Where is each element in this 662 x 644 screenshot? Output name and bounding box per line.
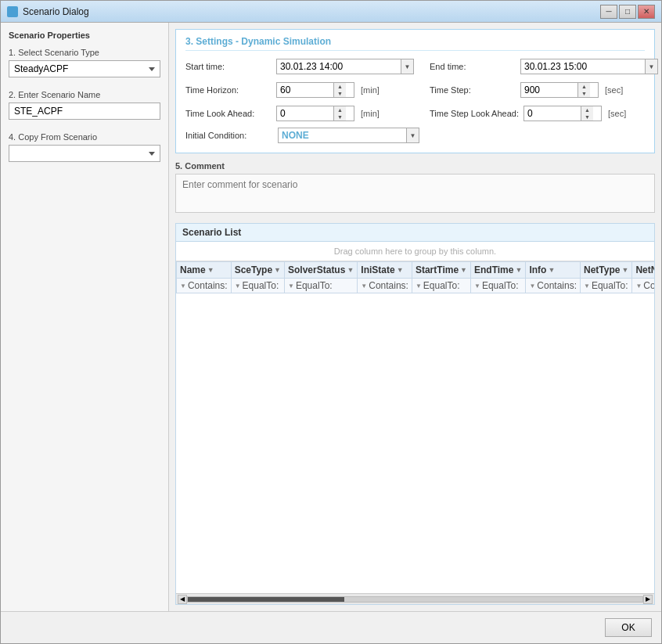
- scetype-filter-text: EqualTo:: [243, 280, 279, 291]
- step5-label: 5. Comment: [175, 161, 655, 171]
- time-step-look-ahead-spinner[interactable]: ▲ ▼: [523, 106, 602, 121]
- filter-info[interactable]: ▼ Contains:: [526, 279, 581, 293]
- time-step-look-ahead-row: Time Step Look Ahead: ▲ ▼ [sec]: [430, 106, 658, 121]
- filter-name[interactable]: ▼ Contains:: [177, 279, 232, 293]
- filter-inistate[interactable]: ▼ Contains:: [358, 279, 412, 293]
- time-look-ahead-down-btn[interactable]: ▼: [334, 113, 346, 121]
- content-area: Scenario Properties 1. Select Scenario T…: [1, 23, 661, 611]
- name-filter-btn[interactable]: ▼: [207, 266, 214, 274]
- time-horizon-value[interactable]: [277, 83, 333, 97]
- col-header-starttime[interactable]: StartTime ▼: [412, 262, 470, 279]
- settings-grid: Start time: ▼ End time: ▼: [185, 59, 645, 121]
- time-look-ahead-spinner[interactable]: ▲ ▼: [276, 106, 354, 121]
- comment-textarea[interactable]: [175, 174, 655, 213]
- settings-box: 3. Settings - Dynamic Simulation Start t…: [175, 29, 655, 153]
- inistate-filter-btn[interactable]: ▼: [397, 266, 404, 274]
- col-header-info[interactable]: Info ▼: [526, 262, 581, 279]
- scenario-table: Name ▼ SceType ▼: [176, 261, 654, 293]
- restore-button[interactable]: □: [619, 5, 636, 19]
- start-time-value[interactable]: [277, 59, 401, 74]
- solverstatus-filter-text: EqualTo:: [296, 280, 333, 291]
- col-header-nettype[interactable]: NetType ▼: [581, 262, 632, 279]
- info-filter-text: Contains:: [537, 280, 577, 291]
- inistate-filter-icon: ▼: [361, 282, 367, 290]
- endtime-filter-btn[interactable]: ▼: [515, 266, 522, 274]
- minimize-button[interactable]: ─: [600, 5, 617, 19]
- endtime-filter-text: EqualTo:: [482, 280, 519, 291]
- time-step-up-btn[interactable]: ▲: [578, 83, 590, 90]
- time-horizon-down-btn[interactable]: ▼: [334, 90, 346, 97]
- col-header-inistate[interactable]: IniState ▼: [358, 262, 412, 279]
- scenario-name-input[interactable]: [9, 103, 160, 120]
- time-step-spinner[interactable]: ▲ ▼: [520, 82, 599, 98]
- time-look-ahead-row: Time Look Ahead: ▲ ▼ [min]: [185, 106, 414, 121]
- col-header-solverstatus[interactable]: SolverStatus ▼: [285, 262, 358, 279]
- time-horizon-row: Time Horizon: ▲ ▼ [min]: [185, 82, 414, 98]
- scrollbar-track[interactable]: [187, 596, 643, 603]
- time-step-look-ahead-value[interactable]: [524, 106, 581, 121]
- initial-condition-select[interactable]: ▼: [278, 128, 419, 143]
- inistate-filter-text: Contains:: [369, 280, 408, 291]
- time-step-look-ahead-up-btn[interactable]: ▲: [581, 106, 593, 113]
- time-look-ahead-value[interactable]: [277, 106, 333, 121]
- time-horizon-up-btn[interactable]: ▲: [334, 83, 346, 90]
- start-time-dropdown-btn[interactable]: ▼: [401, 59, 413, 74]
- col-header-netname[interactable]: NetName ▼: [632, 262, 654, 279]
- starttime-filter-btn[interactable]: ▼: [460, 266, 467, 274]
- scenario-list-section: Scenario List Drag column here to group …: [175, 223, 655, 605]
- info-filter-btn[interactable]: ▼: [548, 266, 555, 274]
- time-look-ahead-label: Time Look Ahead:: [185, 109, 272, 118]
- copy-from-select[interactable]: [9, 145, 160, 162]
- title-bar-buttons: ─ □ ✕: [600, 5, 655, 19]
- time-look-ahead-spinner-btns: ▲ ▼: [333, 106, 346, 121]
- time-step-look-ahead-down-btn[interactable]: ▼: [581, 113, 593, 121]
- table-filter-row: ▼ Contains: ▼ EqualTo:: [177, 279, 655, 293]
- time-horizon-spinner[interactable]: ▲ ▼: [276, 82, 354, 98]
- filter-endtime[interactable]: ▼ EqualTo:: [470, 279, 525, 293]
- time-step-look-ahead-label: Time Step Look Ahead:: [430, 109, 519, 118]
- scrollbar-thumb: [188, 597, 344, 602]
- initial-condition-value[interactable]: [279, 128, 406, 142]
- time-step-row: Time Step: ▲ ▼ [sec]: [430, 82, 658, 98]
- filter-scetype[interactable]: ▼ EqualTo:: [231, 279, 284, 293]
- time-step-value[interactable]: [521, 83, 577, 97]
- scetype-filter-btn[interactable]: ▼: [274, 266, 281, 274]
- solverstatus-filter-btn[interactable]: ▼: [347, 266, 354, 274]
- col-header-name[interactable]: Name ▼: [177, 262, 232, 279]
- col-header-endtime[interactable]: EndTime ▼: [470, 262, 525, 279]
- filter-starttime[interactable]: ▼ EqualTo:: [412, 279, 470, 293]
- time-look-ahead-up-btn[interactable]: ▲: [334, 106, 346, 113]
- end-time-input[interactable]: ▼: [520, 59, 658, 74]
- nettype-filter-text: EqualTo:: [592, 280, 628, 291]
- start-time-input[interactable]: ▼: [276, 59, 414, 74]
- table-container[interactable]: Name ▼ SceType ▼: [176, 261, 654, 593]
- ok-button[interactable]: OK: [605, 618, 652, 637]
- nettype-filter-btn[interactable]: ▼: [621, 266, 628, 274]
- end-time-row: End time: ▼: [430, 59, 658, 74]
- initial-condition-dropdown-btn[interactable]: ▼: [406, 128, 419, 142]
- col-header-scetype[interactable]: SceType ▼: [231, 262, 284, 279]
- close-button[interactable]: ✕: [638, 5, 655, 19]
- netname-filter-text: Contains:: [643, 280, 654, 291]
- time-step-label: Time Step:: [430, 85, 516, 95]
- step4-section: 4. Copy From Scenario: [9, 132, 160, 162]
- step2-section: 2. Enter Scenario Name: [9, 90, 160, 120]
- filter-netname[interactable]: ▼ Contains:: [632, 279, 654, 293]
- scroll-left-btn[interactable]: ◀: [178, 595, 187, 604]
- start-time-row: Start time: ▼: [185, 59, 414, 74]
- drag-hint: Drag column here to group by this column…: [176, 242, 654, 261]
- time-look-ahead-unit: [min]: [361, 109, 380, 118]
- name-filter-text: Contains:: [188, 280, 228, 291]
- solverstatus-filter-icon: ▼: [288, 282, 294, 290]
- scenario-type-select[interactable]: SteadyACPF DynamicSimulation StaticOptim…: [9, 60, 160, 77]
- scroll-right-btn[interactable]: ▶: [643, 595, 653, 604]
- end-time-value[interactable]: [521, 59, 645, 74]
- bottom-bar: OK: [1, 611, 661, 643]
- time-step-down-btn[interactable]: ▼: [578, 90, 590, 97]
- name-filter-icon: ▼: [180, 282, 186, 290]
- end-time-dropdown-btn[interactable]: ▼: [645, 59, 657, 74]
- filter-solverstatus[interactable]: ▼ EqualTo:: [285, 279, 358, 293]
- filter-nettype[interactable]: ▼ EqualTo:: [581, 279, 632, 293]
- initial-condition-label: Initial Condition:: [185, 131, 272, 140]
- horizontal-scrollbar[interactable]: ◀ ▶: [176, 593, 654, 604]
